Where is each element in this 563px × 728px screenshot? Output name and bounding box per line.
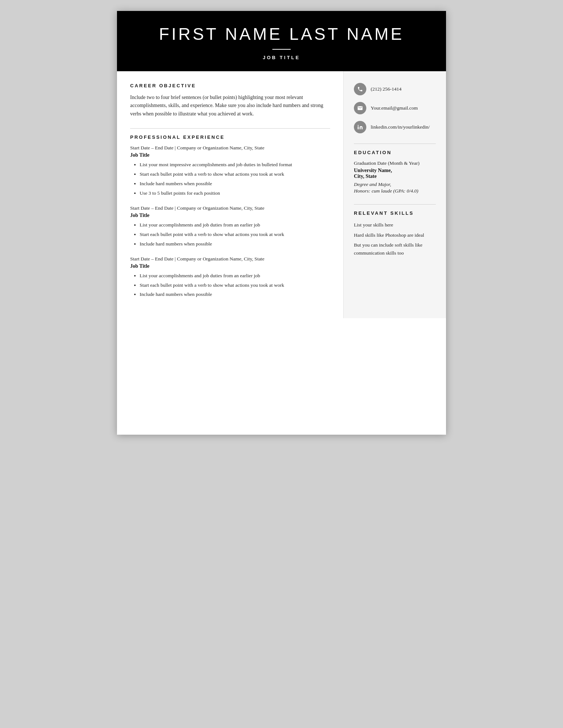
section-divider-1 [130,128,330,129]
career-objective-section: CAREER OBJECTIVE Include two to four bri… [130,83,330,118]
list-item: Include hard numbers when possible [140,180,330,188]
resume-page: FIRST NAME LAST NAME JOB TITLE CAREER OB… [117,11,446,435]
job-title-1: Job Title [130,152,330,158]
list-item: List your accomplishments and job duties… [140,272,330,280]
career-objective-text: Include two to four brief sentences (or … [130,94,330,118]
linkedin-text: linkedin.com/in/yourlinkedin/ [371,124,430,130]
list-item: Use 3 to 5 bullet points for each positi… [140,190,330,197]
job-date-company-1: Start Date – End Date | Company or Organ… [130,145,330,151]
career-objective-heading: CAREER OBJECTIVE [130,83,330,88]
contact-section: (212) 256-1414 Your.email@gmail.com [354,83,436,133]
contact-linkedin-item: linkedin.com/in/yourlinkedin/ [354,121,436,133]
resume-header: FIRST NAME LAST NAME JOB TITLE [117,11,446,71]
job-title: JOB TITLE [132,55,431,60]
contact-email-item: Your.email@gmail.com [354,102,436,114]
contact-phone-item: (212) 256-1414 [354,83,436,95]
job-entry-2: Start Date – End Date | Company or Organ… [130,205,330,248]
right-divider-2 [354,204,436,205]
job-bullets-2: List your accomplishments and job duties… [138,221,330,248]
job-date-company-2: Start Date – End Date | Company or Organ… [130,205,330,211]
university-name: University Name, [354,168,436,174]
job-bullets-1: List your most impressive accomplishment… [138,161,330,197]
list-item: Include hard numbers when possible [140,291,330,298]
list-item: Start each bullet point with a verb to s… [140,171,330,178]
phone-text: (212) 256-1414 [371,86,401,92]
list-item: List your accomplishments and job duties… [140,221,330,229]
job-entry-3: Start Date – End Date | Company or Organ… [130,256,330,299]
resume-body: CAREER OBJECTIVE Include two to four bri… [117,71,446,318]
degree-major: Degree and Major, [354,182,436,187]
phone-icon [354,83,366,95]
skills-section: RELEVANT SKILLS List your skills here Ha… [354,210,436,257]
skills-heading: RELEVANT SKILLS [354,210,436,216]
skills-item-2: Hard skills like Photoshop are ideal [354,231,436,239]
job-date-company-3: Start Date – End Date | Company or Organ… [130,256,330,262]
job-title-3: Job Title [130,263,330,269]
right-divider-1 [354,144,436,144]
candidate-name: FIRST NAME LAST NAME [132,24,431,44]
list-item: List your most impressive accomplishment… [140,161,330,169]
education-section: EDUCATION Graduation Date (Month & Year)… [354,150,436,194]
list-item: Include hard numbers when possible [140,240,330,248]
job-bullets-3: List your accomplishments and job duties… [138,272,330,299]
linkedin-icon [354,121,366,133]
professional-experience-section: PROFESSIONAL EXPERIENCE Start Date – End… [130,134,330,298]
job-entry-1: Start Date – End Date | Company or Organ… [130,145,330,197]
email-icon [354,102,366,114]
skills-item-3: But you can include soft skills like com… [354,241,436,257]
university-city: City, State [354,174,436,179]
email-text: Your.email@gmail.com [371,105,418,111]
left-column: CAREER OBJECTIVE Include two to four bri… [117,71,344,318]
education-heading: EDUCATION [354,150,436,155]
honors: Honors: cum laude (GPA: 0/4.0) [354,188,436,194]
skills-item-1: List your skills here [354,221,436,229]
list-item: Start each bullet point with a verb to s… [140,282,330,289]
job-title-2: Job Title [130,213,330,218]
list-item: Start each bullet point with a verb to s… [140,231,330,239]
header-divider [272,49,291,50]
graduation-date: Graduation Date (Month & Year) [354,160,436,166]
right-column: (212) 256-1414 Your.email@gmail.com [344,71,446,318]
professional-experience-heading: PROFESSIONAL EXPERIENCE [130,134,330,140]
